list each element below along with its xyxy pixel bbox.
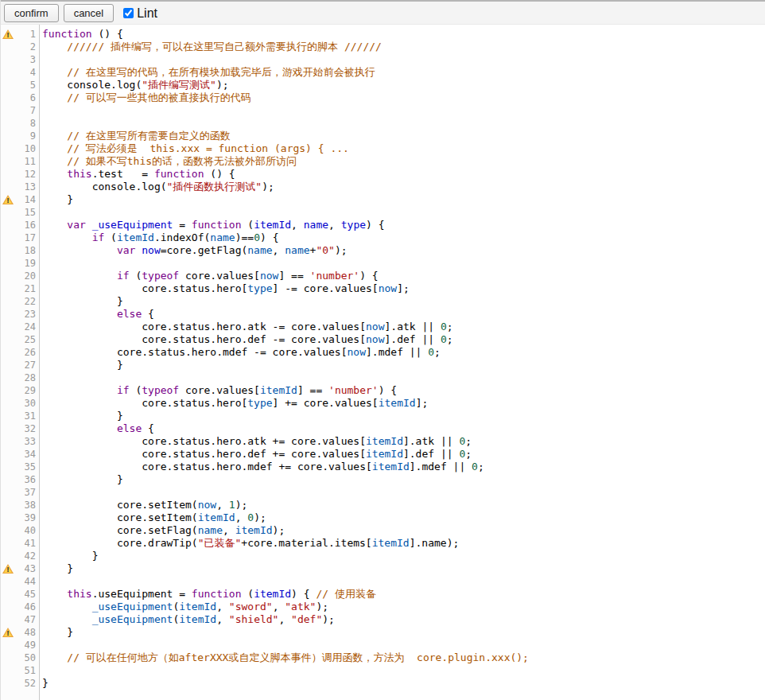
line-number: 47: [15, 613, 39, 626]
line-number: 24: [15, 321, 39, 333]
confirm-button[interactable]: confirm: [4, 4, 59, 22]
code-line[interactable]: 25 core.status.hero.def -= core.values[n…: [1, 333, 765, 346]
code-text: [39, 206, 42, 219]
code-line[interactable]: 45 this.useEquipment = function (itemId)…: [1, 588, 765, 601]
code-line[interactable]: 32 else {: [1, 422, 765, 435]
line-number: 14: [15, 193, 39, 206]
code-text: core.setItem(now, 1);: [39, 499, 247, 511]
line-number: 26: [15, 346, 39, 359]
code-line[interactable]: 11 // 如果不写this的话，函数将无法被外部所访问: [1, 155, 765, 168]
code-text: core.status.hero.def -= core.values[now]…: [39, 333, 453, 346]
code-line[interactable]: 7: [1, 104, 765, 117]
code-line[interactable]: 3: [1, 53, 765, 66]
line-number: 41: [15, 537, 39, 550]
code-line[interactable]: 12 this.test = function () {: [1, 168, 765, 181]
code-line[interactable]: 18 var now=core.getFlag(name, name+"0");: [1, 244, 765, 257]
code-line[interactable]: 52}: [1, 677, 765, 690]
code-line[interactable]: 8: [1, 117, 765, 130]
line-number: 3: [15, 53, 39, 66]
code-line[interactable]: 15: [1, 206, 765, 219]
code-lines[interactable]: !1function () {2 ////// 插件编写，可以在这里写自己额外需…: [1, 25, 765, 690]
code-line[interactable]: 9 // 在这里写所有需要自定义的函数: [1, 130, 765, 142]
lint-marker-slot: [1, 295, 15, 308]
code-line[interactable]: 40 core.setFlag(name, itemId);: [1, 524, 765, 537]
code-editor[interactable]: !1function () {2 ////// 插件编写，可以在这里写自己额外需…: [1, 25, 765, 700]
code-line[interactable]: 34 core.status.hero.def += core.values[i…: [1, 448, 765, 461]
code-line[interactable]: !43 }: [1, 562, 765, 575]
line-number: 5: [15, 79, 39, 91]
code-text: }: [39, 410, 123, 422]
line-number: 46: [15, 601, 39, 613]
code-line[interactable]: 23 else {: [1, 308, 765, 321]
code-line[interactable]: 37: [1, 486, 765, 499]
code-line[interactable]: 31 }: [1, 410, 765, 422]
lint-marker-slot: [1, 181, 15, 193]
code-line[interactable]: 47 _useEquipment(itemId, "shield", "def"…: [1, 613, 765, 626]
code-text: if (typeof core.values[now] == 'number')…: [39, 270, 379, 282]
code-line[interactable]: 38 core.setItem(now, 1);: [1, 499, 765, 511]
code-line[interactable]: 6 // 可以写一些其他的被直接执行的代码: [1, 91, 765, 104]
code-text: core.status.hero.def += core.values[item…: [39, 448, 472, 461]
code-line[interactable]: 30 core.status.hero[type] += core.values…: [1, 397, 765, 410]
code-line[interactable]: 41 core.drawTip("已装备"+core.material.item…: [1, 537, 765, 550]
code-line[interactable]: 17 if (itemId.indexOf(name)==0) {: [1, 231, 765, 244]
warning-icon: !: [1, 193, 15, 206]
code-line[interactable]: 33 core.status.hero.atk += core.values[i…: [1, 435, 765, 448]
code-line[interactable]: 50 // 可以在任何地方（如afterXXX或自定义脚本事件）调用函数，方法为…: [1, 651, 765, 664]
lint-marker-slot: [1, 422, 15, 435]
lint-checkbox[interactable]: [123, 8, 134, 18]
lint-marker-slot: [1, 448, 15, 461]
lint-marker-slot: [1, 104, 15, 117]
code-line[interactable]: 2 ////// 插件编写，可以在这里写自己额外需要执行的脚本 //////: [1, 41, 765, 53]
code-text: }: [39, 626, 73, 639]
code-text: if (itemId.indexOf(name)==0) {: [39, 231, 278, 244]
code-line[interactable]: 13 console.log("插件函数执行测试");: [1, 181, 765, 193]
line-number: 8: [15, 117, 39, 130]
code-line[interactable]: !1function () {: [1, 28, 765, 41]
code-line[interactable]: 46 _useEquipment(itemId, "sword", "atk")…: [1, 601, 765, 613]
code-line[interactable]: 4 // 在这里写的代码，在所有模块加载完毕后，游戏开始前会被执行: [1, 66, 765, 79]
code-line[interactable]: 35 core.status.hero.mdef += core.values[…: [1, 461, 765, 473]
toolbar: confirm cancel Lint: [1, 0, 765, 25]
code-line[interactable]: 19: [1, 257, 765, 270]
code-line[interactable]: 28: [1, 371, 765, 384]
code-text: var _useEquipment = function (itemId, na…: [39, 219, 385, 231]
line-number: 20: [15, 270, 39, 282]
line-number: 10: [15, 142, 39, 155]
code-text: [39, 486, 42, 499]
code-line[interactable]: 20 if (typeof core.values[now] == 'numbe…: [1, 270, 765, 282]
code-line[interactable]: 16 var _useEquipment = function (itemId,…: [1, 219, 765, 231]
line-number: 19: [15, 257, 39, 270]
line-number: 36: [15, 473, 39, 486]
code-line[interactable]: 24 core.status.hero.atk -= core.values[n…: [1, 321, 765, 333]
code-line[interactable]: 5 console.log("插件编写测试");: [1, 79, 765, 91]
lint-marker-slot: [1, 486, 15, 499]
line-number: 18: [15, 244, 39, 257]
code-text: ////// 插件编写，可以在这里写自己额外需要执行的脚本 //////: [39, 41, 382, 53]
code-line[interactable]: 22 }: [1, 295, 765, 308]
lint-marker-slot: [1, 575, 15, 588]
code-line[interactable]: 27 }: [1, 359, 765, 371]
code-line[interactable]: 51: [1, 664, 765, 677]
code-line[interactable]: 26 core.status.hero.mdef -= core.values[…: [1, 346, 765, 359]
lint-marker-slot: [1, 613, 15, 626]
code-line[interactable]: 44: [1, 575, 765, 588]
line-number: 25: [15, 333, 39, 346]
code-line[interactable]: 36 }: [1, 473, 765, 486]
lint-label: Lint: [137, 6, 157, 21]
code-text: console.log("插件函数执行测试");: [39, 181, 274, 193]
line-number: 16: [15, 219, 39, 231]
code-line[interactable]: 42 }: [1, 550, 765, 562]
code-line[interactable]: !48 }: [1, 626, 765, 639]
code-line[interactable]: 49: [1, 639, 765, 651]
lint-marker-slot: [1, 270, 15, 282]
line-number: 12: [15, 168, 39, 181]
code-line[interactable]: 21 core.status.hero[type] -= core.values…: [1, 282, 765, 295]
code-line[interactable]: 29 if (typeof core.values[itemId] == 'nu…: [1, 384, 765, 397]
code-text: else {: [39, 308, 154, 321]
code-line[interactable]: !14 }: [1, 193, 765, 206]
cancel-button[interactable]: cancel: [64, 4, 115, 22]
lint-marker-slot: [1, 282, 15, 295]
code-line[interactable]: 39 core.setItem(itemId, 0);: [1, 511, 765, 524]
code-line[interactable]: 10 // 写法必须是 this.xxx = function (args) {…: [1, 142, 765, 155]
